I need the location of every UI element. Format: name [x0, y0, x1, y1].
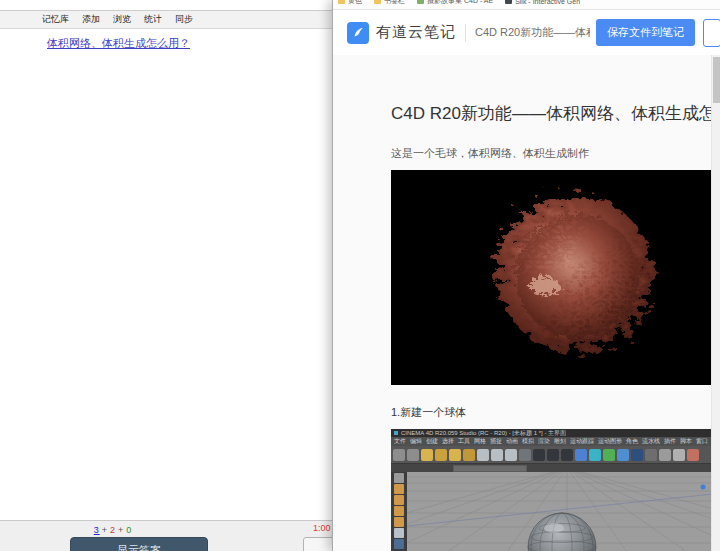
folder-icon: [338, 0, 345, 4]
c4d-screenshot-image: CINEMA 4D R20.059 Studio (RC - R20) - [未…: [391, 429, 713, 551]
y-axis-lock-icon: [491, 449, 503, 461]
folder-icon: [374, 0, 381, 4]
article-intro: 这是一个毛球，体积网络、体积生成制作: [391, 147, 713, 160]
bookmark-item-label: 书签栏: [384, 0, 405, 6]
polygon-mode-icon: [394, 517, 404, 527]
coordinate-system-icon: [519, 449, 531, 461]
x-axis-lock-icon: [477, 449, 489, 461]
c4d-menu-item: 选择: [442, 437, 454, 446]
header-divider: [465, 24, 466, 42]
anki-window: 记忆库添加浏览统计同步 体积网络、体积生成怎么用？ 3+2+0 1:00 显示答…: [0, 0, 333, 551]
article-step1: 1.新建一个球体: [391, 406, 713, 419]
anki-bottom-bar: 3+2+0 1:00 显示答案: [0, 520, 333, 551]
site-favicon: [505, 0, 512, 4]
article-title: C4D R20新功能——体积网络、体积生成怎么用: [391, 102, 713, 126]
c4d-menu-item: 文件: [394, 437, 406, 446]
field-icon: [617, 449, 629, 461]
c4d-side-toolbar: [391, 472, 407, 551]
c4d-menu-item: 编辑: [410, 437, 422, 446]
c4d-menu-item: 窗口: [696, 437, 708, 446]
material-icon: [659, 449, 671, 461]
browser-window: 黄色书签栏摄影故事集 C4D - AESilk - Interactive Ge…: [332, 0, 720, 551]
anki-menu-item[interactable]: 记忆库: [42, 13, 69, 26]
c4d-menu-item: 脚本: [680, 437, 692, 446]
spline-pen-icon: [589, 449, 601, 461]
site-favicon: [417, 0, 424, 4]
new-count: 3: [94, 525, 100, 535]
due-counts: 3+2+0: [0, 525, 226, 535]
c4d-menu-item: 捕捉: [490, 437, 502, 446]
cube-primitive-icon: [575, 449, 587, 461]
bookmark-item-label: 摄影故事集 C4D - AE: [427, 0, 493, 6]
c4d-menu-item: 渲染: [538, 437, 550, 446]
save-to-notes-button[interactable]: 保存文件到笔记: [596, 19, 695, 46]
c4d-menu-item: 雕刻: [554, 437, 566, 446]
count-separator: +: [102, 525, 108, 535]
model-mode-icon: [394, 484, 404, 494]
workplane-icon: [687, 449, 699, 461]
c4d-menu-item: 动画: [506, 437, 518, 446]
render-queue-icon: [561, 449, 573, 461]
render-settings-icon: [547, 449, 559, 461]
scrollbar-thumb[interactable]: [713, 57, 720, 103]
c4d-toolbar: [391, 446, 713, 463]
brand-name: 有道云笔记: [376, 23, 456, 42]
layout-dropdown: [453, 465, 527, 472]
anki-menu-item[interactable]: 添加: [82, 13, 100, 26]
review-count: 0: [126, 525, 132, 535]
c4d-menu-item: 流水线: [642, 437, 660, 446]
enable-axis-icon: [394, 528, 404, 538]
c4d-menu-item: 网格: [474, 437, 486, 446]
header-note-title: C4D R20新功能——体积网络、体积生: [475, 25, 590, 40]
c4d-body: [391, 472, 713, 551]
render-view-icon: [533, 449, 545, 461]
anki-menu-item[interactable]: 同步: [175, 13, 193, 26]
last-tool-icon: [463, 449, 475, 461]
c4d-menu-item: 插件: [664, 437, 676, 446]
show-answer-button[interactable]: 显示答案: [70, 537, 208, 551]
edge-mode-icon: [394, 506, 404, 516]
bookmark-item[interactable]: Silk - Interactive Gen: [505, 0, 580, 5]
bookmark-item-label: Silk - Interactive Gen: [515, 0, 580, 5]
card-question-link[interactable]: 体积网络、体积生成怎么用？: [47, 36, 190, 51]
c4d-menu-item: 角色: [626, 437, 638, 446]
answer-timer: 1:00: [313, 523, 331, 533]
scale-tool-icon: [435, 449, 447, 461]
z-axis-lock-icon: [505, 449, 517, 461]
anki-menu-item[interactable]: 统计: [144, 13, 162, 26]
article: C4D R20新功能——体积网络、体积生成怎么用 这是一个毛球，体积网络、体积生…: [391, 55, 713, 551]
bookmark-item[interactable]: 书签栏: [374, 0, 405, 6]
count-separator: +: [118, 525, 124, 535]
layer-icon: [394, 539, 404, 549]
page-scrollbar[interactable]: [711, 55, 720, 551]
volume-icon: [631, 449, 643, 461]
bookmarks-list: 黄色书签栏摄影故事集 C4D - AESilk - Interactive Ge…: [333, 0, 720, 6]
bookmark-item[interactable]: 黄色: [338, 0, 362, 6]
bookmark-item[interactable]: 摄影故事集 C4D - AE: [417, 0, 493, 6]
screenshot-root: 记忆库添加浏览统计同步 体积网络、体积生成怎么用？ 3+2+0 1:00 显示答…: [0, 0, 720, 551]
c4d-menu-item: 运动跟踪: [570, 437, 594, 446]
rotate-tool-icon: [449, 449, 461, 461]
youdao-header: 有道云笔记 C4D R20新功能——体积网络、体积生 保存文件到笔记: [333, 10, 720, 56]
c4d-menubar: 文件编辑创建选择工具网格捕捉动画模拟渲染雕刻运动跟踪运动图形角色流水线插件脚本窗…: [391, 437, 713, 446]
c4d-mode-bar: [391, 463, 713, 472]
learning-count: 2: [110, 525, 116, 535]
live-selection-icon: [394, 473, 404, 483]
c4d-menu-item: 创建: [426, 437, 438, 446]
point-mode-icon: [394, 495, 404, 505]
share-button[interactable]: [703, 19, 720, 47]
anki-menubar: 记忆库添加浏览统计同步: [0, 11, 333, 29]
anki-menu-item[interactable]: 浏览: [113, 13, 131, 26]
anki-titlebar-strip: [0, 0, 333, 11]
c4d-window-title: CINEMA 4D R20.059 Studio (RC - R20) - [未…: [401, 429, 566, 437]
c4d-menu-item: 工具: [458, 437, 470, 446]
c4d-menu-item: 运动图形: [598, 437, 622, 446]
fur-ball-render-image: [391, 170, 711, 385]
deformer-icon: [645, 449, 657, 461]
move-tool-icon: [421, 449, 433, 461]
mograph-icon: [603, 449, 615, 461]
note-page-content: C4D R20新功能——体积网络、体积生成怎么用 这是一个毛球，体积网络、体积生…: [333, 55, 720, 551]
c4d-viewport: [407, 472, 713, 551]
bookmarks-bar: 黄色书签栏摄影故事集 C4D - AESilk - Interactive Ge…: [333, 0, 720, 10]
c4d-titlebar: CINEMA 4D R20.059 Studio (RC - R20) - [未…: [391, 429, 713, 437]
